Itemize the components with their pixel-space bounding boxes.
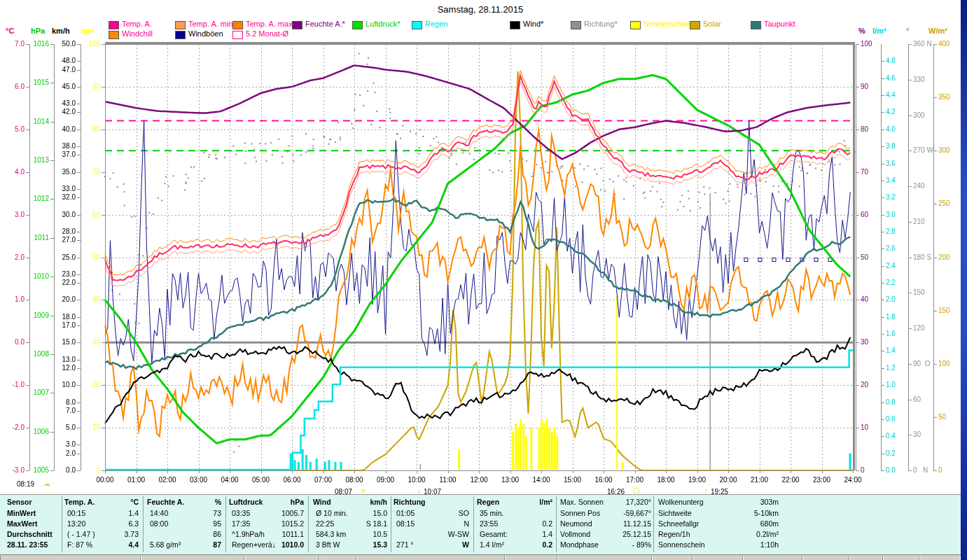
x-axis-tick-label: 19:00 xyxy=(685,476,710,484)
table-col-header: Richtung xyxy=(394,498,426,506)
axis-tick-label: -3.0 xyxy=(0,466,25,474)
axis-tick-label: 0 xyxy=(938,466,942,474)
status-bar-segment xyxy=(356,556,506,560)
x-axis-tick-label: 22:00 xyxy=(778,476,803,484)
axis-tick-label: 1014 xyxy=(25,118,49,125)
table-cell-value: 1015.2 xyxy=(255,519,304,528)
axis-tick-label: 4.6 xyxy=(886,74,896,82)
info-value: 0.2l/m² xyxy=(723,530,779,538)
table-row-header: Sensor xyxy=(7,498,32,506)
x-axis-tick-label: 20:00 xyxy=(716,476,741,484)
table-cell-time: F: 87 % xyxy=(67,540,92,549)
info-label: Vollmond xyxy=(560,530,590,538)
axis-tick-label: 70 xyxy=(76,168,100,176)
axis-tick-label: 15.0 xyxy=(51,338,76,346)
table-column-divider xyxy=(556,496,557,552)
axis-tick-label: 50 xyxy=(76,253,100,261)
axis-tick-label: 3.0 xyxy=(51,440,76,448)
table-cell-time: 1.4 l/m² xyxy=(480,540,504,549)
axis-tick-label: 42.0 xyxy=(51,108,76,115)
x-axis-tick-label: 09:00 xyxy=(373,476,398,484)
axis-tick-label: 0 N xyxy=(913,466,928,474)
x-axis-tick-label: 23:00 xyxy=(809,476,835,484)
table-cell-time: 23:55 xyxy=(480,519,498,528)
table-column-divider xyxy=(473,496,474,552)
table-cell-value: 3.73 xyxy=(90,530,139,538)
axis-tick-label: 1016 xyxy=(25,40,49,48)
axis-tick-label: 1009 xyxy=(25,312,49,319)
axis-tick-label: 4.4 xyxy=(886,91,896,99)
table-cell-value: 87 xyxy=(172,540,221,549)
axis-tick-label: 150 xyxy=(938,307,950,314)
axis-tick-label: 35.0 xyxy=(51,168,76,176)
table-cell-value: 6.3 xyxy=(90,519,139,528)
table-column-divider xyxy=(225,496,226,552)
axis-tick-label: 180 S xyxy=(913,253,931,261)
table-cell-time: 14:40 xyxy=(150,509,168,517)
axis-tick-label: 50 xyxy=(861,253,868,261)
status-bar-segment xyxy=(919,556,961,560)
axis-tick-label: 5.0 xyxy=(51,424,76,431)
axis-tick-label: 4.8 xyxy=(886,57,896,64)
table-column-divider xyxy=(62,496,62,552)
axis-tick-label: 1006 xyxy=(25,428,49,435)
axis-tick-label: 37.0 xyxy=(51,150,76,158)
axis-tick-label: 2.0 xyxy=(0,253,25,261)
status-bar-segment xyxy=(0,556,141,560)
x-axis-tick-label: 08:00 xyxy=(342,476,367,484)
axis-tick-label: 40 xyxy=(76,295,100,303)
axis-tick-label: 32.0 xyxy=(51,193,76,201)
table-col-header: Luftdruck xyxy=(229,498,263,506)
x-axis-tick-label: 11:00 xyxy=(436,476,461,484)
table-row-header: MaxWert xyxy=(7,519,38,528)
axis-tick-label: 350 xyxy=(938,93,950,101)
axis-tick-label: 1013 xyxy=(25,156,49,164)
axis-tick-label: 2.0 xyxy=(51,449,76,457)
axis-tick-label: 1.0 xyxy=(886,381,896,388)
axis-tick-label: 33.0 xyxy=(51,185,76,192)
axis-tick-label: 3.8 xyxy=(886,142,896,150)
status-bar xyxy=(0,554,961,560)
axis-tick-label: 120 xyxy=(913,324,925,332)
x-axis-tick-label: 15:00 xyxy=(560,476,585,484)
x-axis-tick-label: 14:00 xyxy=(529,476,554,484)
x-axis-tick-label: 06:00 xyxy=(279,476,305,484)
info-value: 25.12.15 xyxy=(595,530,651,538)
table-cell-time: 03:35 xyxy=(232,509,250,517)
axis-tick-label: 2.2 xyxy=(886,279,896,286)
axis-tick-label: 6.0 xyxy=(0,83,25,90)
table-cell-time: 35 min. xyxy=(480,509,503,517)
axis-tick-label: 5.0 xyxy=(0,125,25,133)
x-axis-tick-label: 03:00 xyxy=(186,476,211,484)
axis-tick-label: 38.0 xyxy=(51,142,76,150)
axis-tick-label: 80 xyxy=(861,125,868,133)
status-bar-segment xyxy=(742,556,803,560)
table-row-header: MinWert xyxy=(7,509,36,517)
axis-tick-label: 300 xyxy=(913,111,925,119)
axis-tick-label: 27.0 xyxy=(51,236,76,244)
status-bar-segment xyxy=(504,556,558,560)
info-value: 17,320° xyxy=(595,498,651,506)
axis-tick-label: 30.0 xyxy=(51,211,76,218)
table-cell-value: 15.3 xyxy=(338,540,387,549)
axis-tick-label: 250 xyxy=(938,200,950,207)
sunset-icon: ▢ xyxy=(633,486,639,494)
axis-tick-label: 360 N xyxy=(913,40,932,48)
table-row-header: 28.11. 23:55 xyxy=(7,540,48,549)
x-axis-tick-label: 17:00 xyxy=(622,476,648,484)
axis-tick-label: 7.0 xyxy=(0,40,25,48)
axis-tick-label: 90 xyxy=(76,83,100,90)
axis-tick-label: -1.0 xyxy=(0,381,25,388)
axis-tick-label: 70 xyxy=(861,168,868,176)
axis-tick-label: 0.8 xyxy=(886,398,896,406)
axis-tick-label: 1011 xyxy=(25,234,49,241)
axis-tick-label: 13.0 xyxy=(51,356,76,363)
axis-tick-label: 3.0 xyxy=(0,211,25,218)
axis-tick-label: 210 xyxy=(913,218,925,225)
axis-tick-label: 2.6 xyxy=(886,244,896,252)
axis-tick-label: 1.2 xyxy=(886,364,896,372)
status-bar-segment xyxy=(319,556,357,560)
axis-tick-label: 20 xyxy=(861,381,868,388)
status-bar-segment xyxy=(651,556,693,560)
table-cell-value: 10.5 xyxy=(338,530,387,538)
